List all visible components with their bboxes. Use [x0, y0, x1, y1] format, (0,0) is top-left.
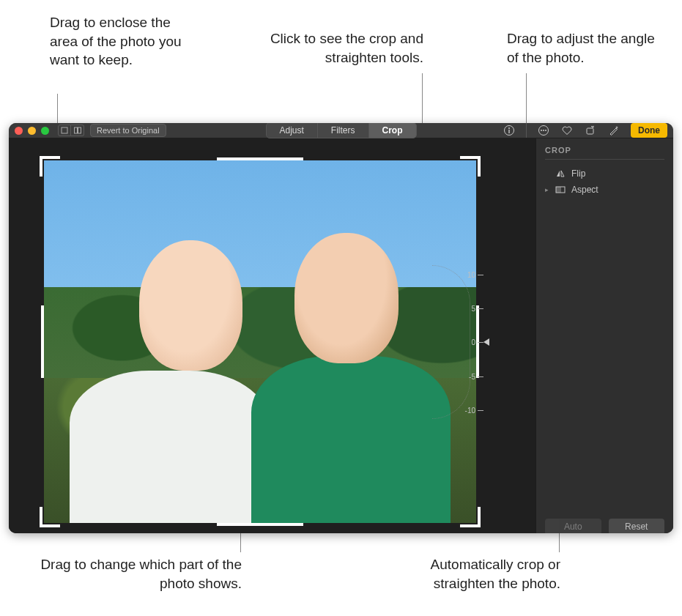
dial-tick: -10: [465, 407, 483, 415]
more-icon[interactable]: [537, 124, 550, 137]
info-icon[interactable]: [503, 124, 516, 137]
crop-frame[interactable]: 10 5 0 -5 -10: [44, 160, 476, 523]
svg-rect-2: [78, 127, 81, 133]
auto-enhance-icon[interactable]: [607, 124, 620, 137]
auto-crop-button[interactable]: Auto: [545, 519, 601, 533]
crop-handle-tr[interactable]: [460, 156, 481, 177]
chevron-right-icon: ▸: [545, 186, 549, 193]
crop-sidebar: CROP Flip ▸ Aspect Auto Reset: [535, 138, 673, 533]
svg-point-8: [543, 130, 544, 131]
dial-tick: -5: [469, 373, 483, 381]
dial-tick: 10: [467, 271, 483, 279]
flip-label: Flip: [571, 168, 585, 179]
svg-point-7: [541, 130, 542, 131]
svg-rect-5: [508, 130, 509, 133]
view-compare-icon[interactable]: [71, 125, 84, 136]
flip-icon: [555, 168, 566, 179]
edit-mode-tabs: Adjust Filters Crop: [265, 123, 416, 138]
aspect-icon: [555, 185, 566, 195]
svg-rect-10: [587, 128, 593, 134]
window-minimize-button[interactable]: [28, 127, 36, 135]
canvas-area: 10 5 0 -5 -10: [9, 138, 535, 533]
photo-content[interactable]: [44, 160, 476, 523]
titlebar: Revert to Original Adjust Filters Crop: [9, 123, 673, 138]
tab-filters[interactable]: Filters: [318, 123, 369, 138]
callout-auto-btn: Automatically crop or straighten the pho…: [370, 555, 560, 593]
svg-point-9: [545, 130, 546, 131]
editor-body: 10 5 0 -5 -10 CROP Flip ▸: [9, 138, 673, 533]
callout-pan-photo: Drag to change which part of the photo s…: [29, 555, 242, 593]
straighten-dial[interactable]: 10 5 0 -5 -10: [450, 265, 483, 419]
svg-rect-1: [74, 127, 77, 133]
dial-tick: 0: [471, 338, 483, 346]
crop-handle-top[interactable]: [217, 157, 303, 160]
dial-pointer-icon[interactable]: [483, 338, 489, 346]
svg-rect-0: [62, 127, 67, 133]
view-single-icon[interactable]: [58, 125, 71, 136]
sidebar-title: CROP: [545, 146, 664, 160]
view-mode-toggle[interactable]: [58, 125, 84, 136]
toolbar-divider: [526, 123, 527, 138]
dial-tick: 5: [471, 305, 483, 313]
callout-crop-handles: Drag to enclose the area of the photo yo…: [50, 13, 200, 70]
photos-edit-window: Revert to Original Adjust Filters Crop: [9, 123, 673, 533]
svg-rect-12: [556, 187, 561, 193]
crop-handle-bottom[interactable]: [217, 523, 303, 526]
callout-crop-tab: Click to see the crop and straighten too…: [270, 29, 423, 67]
toolbar-right-tools: Done: [503, 123, 667, 138]
callout-line: [422, 73, 423, 126]
tab-crop[interactable]: Crop: [369, 123, 416, 138]
crop-handle-left[interactable]: [41, 305, 44, 378]
tab-adjust[interactable]: Adjust: [266, 123, 317, 138]
done-button[interactable]: Done: [631, 123, 667, 138]
window-traffic-lights: [15, 127, 49, 135]
crop-handle-bl[interactable]: [40, 507, 60, 527]
sidebar-footer-buttons: Auto Reset: [545, 514, 664, 533]
window-close-button[interactable]: [15, 127, 23, 135]
crop-handle-tl[interactable]: [40, 156, 60, 177]
aspect-label: Aspect: [571, 185, 598, 195]
flip-button[interactable]: Flip: [545, 166, 664, 182]
rotate-icon[interactable]: [584, 124, 597, 137]
aspect-button[interactable]: ▸ Aspect: [545, 182, 664, 198]
callout-angle-dial: Drag to adjust the angle of the photo.: [507, 29, 661, 67]
reset-crop-button[interactable]: Reset: [609, 519, 665, 533]
favorite-icon[interactable]: [560, 124, 574, 137]
svg-point-4: [508, 127, 510, 129]
crop-handle-br[interactable]: [460, 507, 481, 527]
revert-to-original-button[interactable]: Revert to Original: [90, 124, 166, 137]
window-zoom-button[interactable]: [41, 127, 49, 135]
